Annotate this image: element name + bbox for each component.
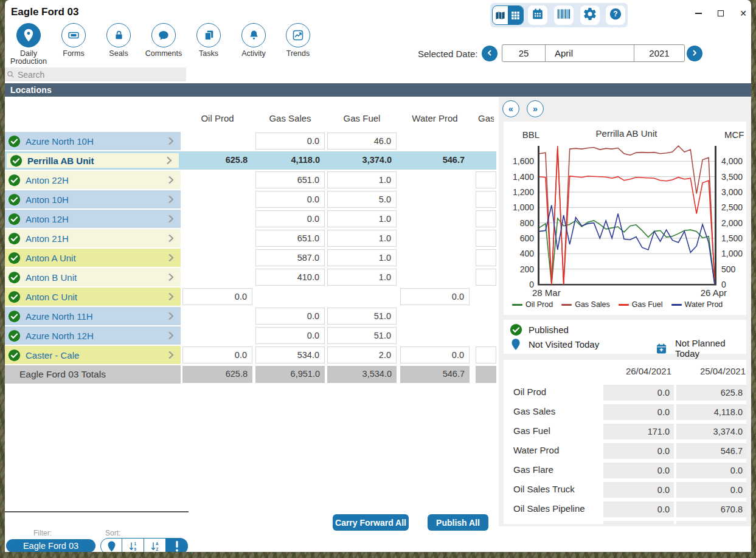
chevron-right-icon[interactable] [166, 350, 176, 360]
next-date-button[interactable] [687, 46, 702, 61]
location-name-cell[interactable]: Azure North 12H [5, 326, 181, 345]
value-cell-gas-fuel[interactable]: 2.0 [327, 346, 397, 363]
value-cell-gas-sales[interactable]: 0.0 [255, 191, 325, 208]
value-cell-oil-prod[interactable]: 0.0 [182, 288, 252, 305]
summary-row: Gas Sales0.04,118.0 [504, 402, 746, 422]
location-name-cell[interactable]: Anton B Unit [5, 268, 181, 286]
value-cell-gas-fuel[interactable]: 46.0 [327, 133, 397, 150]
location-name-cell[interactable]: Anton 21H [5, 229, 181, 247]
carry-forward-all-button[interactable]: Carry Forward All [333, 514, 409, 531]
nav-item-activity[interactable]: Activity [231, 23, 277, 58]
chevron-right-icon[interactable] [166, 136, 176, 146]
value-cell-gas-flare[interactable] [476, 210, 496, 227]
value-cell-gas-flare[interactable] [476, 230, 496, 247]
date-month-field[interactable]: April [545, 45, 634, 61]
value-cell-water-prod[interactable]: 0.0 [400, 346, 470, 363]
help-button[interactable]: ? [606, 5, 625, 25]
value-cell-gas-fuel[interactable]: 1.0 [327, 269, 397, 286]
value-cell-gas-fuel[interactable]: 1.0 [327, 249, 397, 266]
date-day-field[interactable]: 25 [502, 45, 545, 61]
value-cell-water-prod[interactable]: 0.0 [400, 288, 470, 305]
value-cell-gas-sales[interactable]: 534.0 [255, 346, 325, 363]
value-cell-oil-prod[interactable]: 0.0 [182, 346, 252, 363]
location-name-cell[interactable]: Perrilla AB Unit [7, 153, 179, 168]
value-cell-gas-sales[interactable]: 0.0 [255, 327, 325, 344]
location-name-cell[interactable]: Azure North 10H [5, 132, 181, 150]
summary-value-cell: 0.0 [676, 463, 746, 478]
location-name-cell[interactable]: Anton A Unit [5, 249, 181, 267]
nav-item-tasks[interactable]: Tasks [186, 23, 232, 58]
value-cell-gas-sales[interactable]: 0.0 [255, 308, 325, 325]
sort-button-sort-numeric[interactable]: 19 [122, 538, 144, 552]
value-cell-gas-sales[interactable]: 651.0 [255, 230, 325, 247]
chevron-right-icon[interactable] [166, 214, 176, 224]
expand-panel-button[interactable]: » [527, 100, 544, 117]
value-cell-gas-fuel[interactable]: 3,374.0 [327, 151, 397, 170]
view-toggle[interactable] [492, 5, 524, 25]
close-button[interactable]: ✕ [735, 7, 751, 19]
value-cell-gas-sales[interactable]: 0.0 [255, 133, 325, 150]
nav-item-comments[interactable]: Comments [140, 23, 187, 58]
value-cell-gas-sales[interactable]: 0.0 [255, 210, 325, 227]
sort-button-exclamation[interactable] [166, 538, 188, 552]
chevron-right-icon[interactable] [166, 175, 176, 185]
value-cell-gas-fuel[interactable]: 51.0 [327, 308, 397, 325]
grid-icon[interactable] [508, 6, 523, 24]
summary-value-cell: 171.0 [603, 424, 674, 439]
location-name-cell[interactable]: Azure North 11H [5, 307, 181, 325]
location-name-cell[interactable]: Anton 12H [5, 210, 181, 228]
chevron-right-icon[interactable] [166, 195, 176, 204]
settings-button[interactable] [580, 5, 600, 25]
value-cell-gas-fuel[interactable]: 1.0 [327, 230, 397, 247]
sort-button-pin[interactable] [100, 538, 122, 552]
search-input[interactable]: Search [5, 67, 186, 81]
chevron-right-icon[interactable] [166, 233, 176, 243]
value-cell-gas-fuel[interactable]: 51.0 [327, 327, 397, 344]
sort-numeric-icon: 19 [127, 541, 139, 552]
location-row: Anton 21H651.01.0 [5, 229, 496, 247]
chevron-right-icon[interactable] [166, 272, 176, 282]
location-name-cell[interactable]: Anton 22H [5, 171, 181, 189]
value-cell-water-prod[interactable]: 546.7 [400, 151, 470, 170]
detail-panel: « » BBLMCFPerrilla AB Unit02004006008001… [499, 97, 751, 526]
value-cell-gas-sales[interactable]: 587.0 [255, 249, 325, 266]
chevron-right-icon[interactable] [166, 311, 176, 321]
map-icon[interactable] [493, 6, 508, 24]
nav-item-forms[interactable]: Forms [50, 23, 97, 58]
sort-button-sort-alpha[interactable]: AZ [144, 538, 166, 552]
maximize-button[interactable] [712, 7, 729, 19]
calendar-button[interactable] [528, 5, 547, 25]
publish-all-button[interactable]: Publish All [428, 514, 488, 531]
value-cell-gas-fuel[interactable]: 5.0 [327, 191, 397, 208]
value-cell-gas-flare[interactable] [476, 191, 496, 208]
value-cell-gas-sales[interactable]: 410.0 [255, 269, 325, 286]
chevron-right-icon[interactable] [164, 156, 174, 165]
value-cell-gas-flare[interactable] [476, 269, 496, 286]
value-cell-gas-sales[interactable]: 651.0 [255, 171, 325, 188]
value-cell-gas-fuel[interactable]: 1.0 [327, 210, 397, 227]
date-spinner[interactable]: 25 April 2021 [502, 44, 685, 62]
barcode-button[interactable] [554, 5, 574, 25]
value-cell-gas-flare[interactable] [476, 171, 496, 188]
nav-item-trends[interactable]: Trends [275, 23, 321, 58]
date-year-field[interactable]: 2021 [634, 45, 684, 61]
collapse-panel-button[interactable]: « [502, 100, 519, 117]
close-icon: ✕ [740, 9, 747, 18]
previous-date-button[interactable] [482, 46, 498, 61]
chevron-right-icon[interactable] [166, 292, 176, 301]
nav-item-daily-production[interactable]: Daily Production [5, 23, 52, 66]
value-cell-oil-prod[interactable]: 625.8 [182, 151, 252, 170]
minimize-button[interactable] [690, 7, 707, 19]
chevron-right-icon[interactable] [166, 331, 176, 340]
value-cell-gas-flare[interactable] [476, 346, 496, 363]
value-cell-gas-fuel[interactable]: 1.0 [327, 171, 397, 188]
filter-value-button[interactable]: Eagle Ford 03 [6, 539, 95, 552]
nav-item-seals[interactable]: Seals [95, 23, 142, 58]
chevron-right-icon[interactable] [166, 253, 176, 263]
location-name-cell[interactable]: Anton 10H [5, 190, 181, 208]
location-name-cell[interactable]: Anton C Unit [5, 288, 181, 306]
location-name-cell[interactable]: Caster - Cale [5, 346, 181, 364]
location-name: Azure North 10H [26, 136, 94, 146]
value-cell-gas-flare[interactable] [476, 249, 496, 266]
value-cell-gas-sales[interactable]: 4,118.0 [255, 151, 325, 170]
